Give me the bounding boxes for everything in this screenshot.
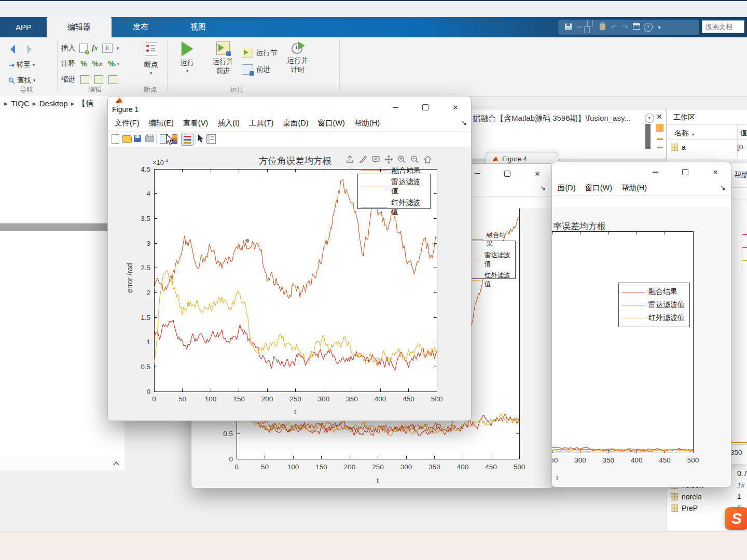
- figure5-legend[interactable]: 融合结果雷达滤波值红外滤波值: [618, 283, 690, 327]
- indent-right-icon[interactable]: [94, 75, 103, 84]
- pointer-icon[interactable]: [198, 134, 204, 143]
- edge-tick-label: 350: [731, 449, 742, 456]
- panel-splitter[interactable]: [0, 223, 125, 231]
- open-icon[interactable]: [122, 135, 132, 143]
- sogou-logo[interactable]: S: [725, 507, 747, 530]
- run-section-button[interactable]: 运行节: [242, 48, 278, 58]
- back-icon[interactable]: [10, 45, 15, 54]
- close-button[interactable]: ✕: [445, 101, 466, 114]
- datatip-marker[interactable]: [245, 239, 249, 243]
- menu-item[interactable]: 查看(V): [178, 116, 213, 130]
- menu-item[interactable]: 编辑(E): [144, 116, 178, 130]
- minimize-button[interactable]: [645, 165, 666, 179]
- menu-item[interactable]: 窗口(W): [580, 181, 617, 195]
- figure2-legend[interactable]: 融合结果雷达滤波值红外滤波值: [464, 241, 516, 279]
- paste-icon[interactable]: [597, 23, 608, 32]
- menu-item[interactable]: 帮助(H): [350, 116, 384, 130]
- dock-arrow-icon[interactable]: ↘: [720, 184, 726, 191]
- menu-item[interactable]: 工具(T): [244, 116, 279, 130]
- quick-access-toolbar: ✂ ↶ ↷ ? ▾: [558, 20, 699, 35]
- collapse-chevron-icon[interactable]: [113, 461, 119, 466]
- figure1-legend[interactable]: 融合结果雷达滤波值红外滤波值: [357, 174, 431, 209]
- new-figure-icon[interactable]: [112, 134, 119, 144]
- editor-scrollbar-thumb[interactable]: [645, 124, 651, 149]
- pan-icon[interactable]: [384, 155, 393, 164]
- run-button[interactable]: 运行 ▾: [175, 41, 199, 74]
- chevron-down-icon[interactable]: ▾: [117, 46, 119, 51]
- legend-label: 融合结果: [392, 166, 421, 175]
- advance-button[interactable]: 前进: [242, 64, 270, 75]
- tab-view[interactable]: 视图: [170, 17, 227, 37]
- tab-app[interactable]: APP: [0, 17, 47, 37]
- forward-icon[interactable]: [27, 45, 32, 54]
- uncomment-icon[interactable]: %✗: [92, 60, 103, 68]
- menu-item[interactable]: 桌面(D): [278, 116, 313, 130]
- goto-button[interactable]: ⇥ 转至 ▾: [8, 60, 35, 69]
- toolbar-expand-icon[interactable]: ▾: [654, 24, 665, 30]
- zoom-in-icon[interactable]: [397, 155, 406, 164]
- zoom-out-icon[interactable]: [410, 155, 419, 164]
- print-icon[interactable]: [145, 135, 154, 142]
- breadcrumb-item[interactable]: 【信: [78, 99, 93, 108]
- menu-item[interactable]: 插入(I): [213, 116, 244, 130]
- menu-item[interactable]: 帮助(H): [617, 181, 652, 195]
- undo-icon[interactable]: ↶: [608, 23, 619, 31]
- smart-indent-icon[interactable]: [80, 75, 89, 84]
- doc-search-input[interactable]: [702, 20, 744, 33]
- maximize-button[interactable]: [497, 167, 518, 180]
- breadcrumb-item[interactable]: TIQC: [11, 99, 30, 108]
- screen: { "app": { "tabs": [ {"label": "APP"}, {…: [0, 0, 747, 560]
- dock-arrow-icon[interactable]: ↘: [540, 184, 546, 192]
- figure5-chart: 250300350400450500: [552, 207, 731, 487]
- save-icon[interactable]: [562, 23, 574, 32]
- indent-label: 缩进: [61, 75, 75, 84]
- taskbar: e e e L ✂ M: [0, 531, 747, 560]
- y-tick-label: 0: [229, 455, 233, 463]
- export-icon[interactable]: [345, 155, 354, 164]
- property-editor-icon[interactable]: [206, 134, 216, 144]
- save-icon[interactable]: [134, 135, 141, 142]
- editor-close-icon[interactable]: ✕: [656, 113, 662, 121]
- run-time-button[interactable]: 运行并 计时: [284, 41, 311, 75]
- matlab-icon: [492, 156, 499, 162]
- close-button[interactable]: ✕: [705, 165, 726, 179]
- breakpoints-button[interactable]: 断点 ▾: [139, 43, 163, 76]
- x-tick-label: 300: [318, 395, 330, 403]
- editor-title[interactable]: 据融合【含Matlab源码 3596期】\fusion_asy...: [473, 114, 640, 123]
- datatips-icon[interactable]: [371, 155, 380, 164]
- insert-fx-icon[interactable]: fx: [92, 44, 98, 52]
- breadcrumb-item[interactable]: Desktop: [39, 99, 68, 108]
- home-icon[interactable]: [423, 155, 432, 164]
- comment-icon[interactable]: %: [80, 60, 87, 68]
- workspace-row[interactable]: a[0.: [667, 142, 747, 153]
- help-icon[interactable]: ?: [642, 23, 654, 32]
- close-button[interactable]: ✕: [527, 167, 548, 180]
- menu-item[interactable]: 文件(F): [110, 116, 144, 130]
- insert-legend-icon[interactable]: [181, 133, 193, 146]
- copy-icon[interactable]: [585, 19, 597, 36]
- workspace-row[interactable]: norela1: [667, 491, 747, 502]
- file-browser-panel: [0, 111, 125, 457]
- dock-arrow-icon[interactable]: ↘: [461, 119, 467, 127]
- redo-icon[interactable]: ↷: [619, 23, 631, 31]
- menu-item[interactable]: 窗口(W): [313, 116, 350, 130]
- new-window-icon[interactable]: [631, 23, 642, 31]
- insert-section-icon[interactable]: +: [79, 44, 88, 53]
- menu-item[interactable]: 面(D): [553, 181, 580, 195]
- tab-publish[interactable]: 发布: [112, 17, 170, 37]
- wrap-comment-icon[interactable]: %⏎: [108, 60, 119, 68]
- indent-left-icon[interactable]: [108, 75, 117, 84]
- insert-fi-icon[interactable]: fi: [102, 44, 113, 53]
- find-button[interactable]: 查找 ▾: [8, 76, 36, 85]
- workspace-col-name[interactable]: 名称 ▲: [674, 129, 695, 138]
- figure-edge-menu-help[interactable]: 帮助: [734, 171, 747, 180]
- editor-dropdown-icon[interactable]: ▼: [645, 114, 654, 123]
- tab-editor[interactable]: 编辑器: [47, 17, 112, 37]
- minimize-button[interactable]: [385, 101, 406, 114]
- y-tick-label: 2: [146, 289, 150, 297]
- brush-icon[interactable]: [358, 155, 367, 164]
- maximize-button[interactable]: [415, 101, 436, 114]
- run-advance-button[interactable]: 运行并 前进: [210, 41, 237, 76]
- maximize-button[interactable]: [675, 165, 696, 179]
- workspace-col-value[interactable]: 值: [740, 129, 747, 138]
